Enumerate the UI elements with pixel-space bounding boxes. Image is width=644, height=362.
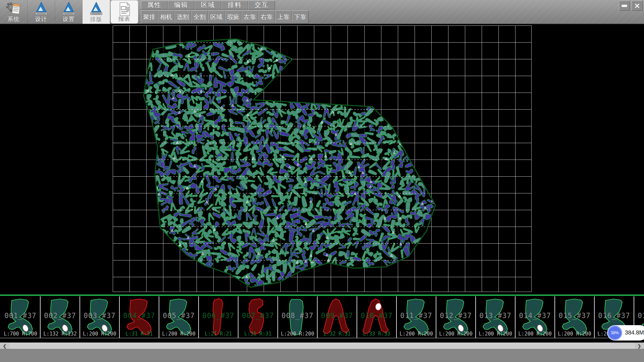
piece-thumbnail-15[interactable]: 015_#37 L:200 R:200 <box>555 296 595 338</box>
menu-button-4[interactable]: 排料 <box>221 1 248 9</box>
piece-counts: L:200 R:200 <box>516 331 554 337</box>
piece-counts: L:700 R:700 <box>1 331 40 337</box>
piece-counts: L:200 R:200 <box>159 331 198 337</box>
piece-thumbnail-10[interactable]: 010_#37 L:33 R:33 <box>357 296 397 338</box>
piece-id: 003_#37 <box>80 312 119 320</box>
main-button-3[interactable]: 设置 <box>55 0 83 24</box>
progress-circle: 38% <box>607 325 622 340</box>
horizontal-scrollbar[interactable]: ❮ ❯ <box>0 343 644 349</box>
piece-id: 013_#37 <box>476 312 515 320</box>
piece-counts: L:200 R:200 <box>436 331 475 337</box>
main-button-2[interactable]: 设计 <box>28 0 55 24</box>
main-button-label: 报表 <box>111 15 138 23</box>
main-button-4[interactable]: 排版 <box>83 0 110 24</box>
main-button-label: 设计 <box>28 15 55 23</box>
minimize-icon <box>622 5 627 7</box>
tool-button-3[interactable]: 选割 <box>174 10 191 23</box>
tool-button-4[interactable]: 全割 <box>191 10 208 23</box>
piece-counts: L:132 R:132 <box>41 331 79 337</box>
piece-id: 006_#37 <box>199 312 238 320</box>
piece-thumbnail-4[interactable]: 004_#37 L:31 R:31 <box>120 296 159 338</box>
tool-button-9[interactable]: 上靠 <box>275 10 292 23</box>
menu-button-3[interactable]: 区域 <box>195 1 221 9</box>
main-button-label: 排版 <box>83 15 110 23</box>
tool-button-8[interactable]: 右靠 <box>258 10 275 23</box>
main-button-label: 系统 <box>0 15 27 23</box>
piece-thumbnail-6[interactable]: 006_#37 L:21 R:21 <box>199 296 238 338</box>
main-button-5[interactable]: 报表 <box>111 0 138 23</box>
piece-counts: L:200 R:200 <box>278 331 317 337</box>
piece-id: 015_#37 <box>555 312 594 320</box>
memory-badge[interactable]: 38% 384.8M <box>607 325 644 341</box>
piece-thumbnail-12[interactable]: 012_#37 L:200 R:200 <box>436 296 476 338</box>
scroll-right-button[interactable]: ❯ <box>635 343 644 349</box>
tool-button-10[interactable]: 下靠 <box>292 10 309 23</box>
menu-button-2[interactable]: 编辑 <box>168 1 195 9</box>
piece-id: 014_#37 <box>516 312 554 320</box>
toolbar: 系统 设计 设置 排版 报表 属性编辑区域排料交互 聚排相机选割全割区域瑕 <box>0 0 644 24</box>
piece-id: 005_#37 <box>159 312 198 320</box>
piece-id: 002_#37 <box>41 312 79 320</box>
tool-bar: 聚排相机选割全割区域瑕疵左靠右靠上靠下靠 <box>141 10 309 23</box>
piece-counts: L:33 R:33 <box>357 331 396 337</box>
piece-thumbnail-5[interactable]: 005_#37 L:200 R:200 <box>159 296 199 338</box>
piece-id: 010_#37 <box>357 312 396 320</box>
window-controls: ✕ <box>619 1 643 11</box>
minimize-button[interactable] <box>619 1 630 11</box>
piece-counts: L:200 R:200 <box>80 331 119 337</box>
piece-thumbnail-7[interactable]: 007_#37 L:31 R:31 <box>238 296 278 338</box>
tool-button-1[interactable]: 聚排 <box>141 10 158 23</box>
piece-thumbnail-9[interactable]: 009_#37 L:32 R:31 <box>318 296 357 338</box>
piece-thumbnail-8[interactable]: 008_#37 L:200 R:200 <box>278 296 318 338</box>
piece-id: 007_#37 <box>238 312 277 320</box>
tool-button-6[interactable]: 瑕疵 <box>225 10 241 23</box>
piece-thumbnail-2[interactable]: 002_#37 L:132 R:132 <box>41 296 80 338</box>
nesting-canvas[interactable] <box>0 24 644 295</box>
piece-counts: L:32 R:31 <box>318 331 357 337</box>
piece-thumbnail-3[interactable]: 003_#37 L:200 R:200 <box>80 296 120 338</box>
memory-value: 384.8M <box>625 329 644 336</box>
piece-thumbnail-1[interactable]: 001_#37 L:700 R:700 <box>1 296 41 338</box>
menu-button-5[interactable]: 交互 <box>248 1 275 9</box>
main-button-label: 设置 <box>55 15 82 23</box>
main-toolbar: 系统 设计 设置 排版 报表 <box>0 0 139 24</box>
piece-id: 004_#37 <box>120 312 159 320</box>
piece-counts: L:21 R:21 <box>199 331 238 337</box>
piece-thumbnail-11[interactable]: 011_#37 L:200 R:200 <box>397 296 436 338</box>
piece-id: 012_#37 <box>436 312 475 320</box>
application-window: 系统 设计 设置 排版 报表 属性编辑区域排料交互 聚排相机选割全割区域瑕 <box>0 0 644 362</box>
scroll-left-button[interactable]: ❮ <box>0 343 9 349</box>
piece-thumbnail-13[interactable]: 013_#37 L:200 R:200 <box>476 296 516 338</box>
piece-id: 016_#37 <box>595 312 634 320</box>
piece-counts: L:31 R:31 <box>120 331 159 337</box>
strip-divider <box>0 295 644 296</box>
piece-id: 001_#37 <box>1 312 40 320</box>
tool-button-7[interactable]: 左靠 <box>241 10 258 23</box>
close-button[interactable]: ✕ <box>632 1 643 11</box>
piece-counts: L:31 R:31 <box>238 331 277 337</box>
menu-button-1[interactable]: 属性 <box>141 1 168 9</box>
piece-counts: L:200 R:200 <box>555 331 594 337</box>
tool-button-2[interactable]: 相机 <box>158 10 174 23</box>
main-button-1[interactable]: 系统 <box>0 0 28 24</box>
status-bar <box>0 349 644 362</box>
piece-id: 011_#37 <box>397 312 436 320</box>
tool-button-5[interactable]: 区域 <box>208 10 225 23</box>
piece-id: 008_#37 <box>278 312 317 320</box>
close-icon: ✕ <box>634 2 640 9</box>
piece-id: 017_#37 <box>634 312 644 320</box>
piece-id: 009_#37 <box>318 312 357 320</box>
pieces-strip: 001_#37 L:700 R:700 002_#37 L:132 R:132 … <box>0 296 644 338</box>
piece-counts: L:200 R:200 <box>476 331 515 337</box>
menu-bar: 属性编辑区域排料交互 <box>141 1 275 9</box>
piece-counts: L:200 R:200 <box>397 331 436 337</box>
piece-thumbnail-14[interactable]: 014_#37 L:200 R:200 <box>516 296 555 338</box>
